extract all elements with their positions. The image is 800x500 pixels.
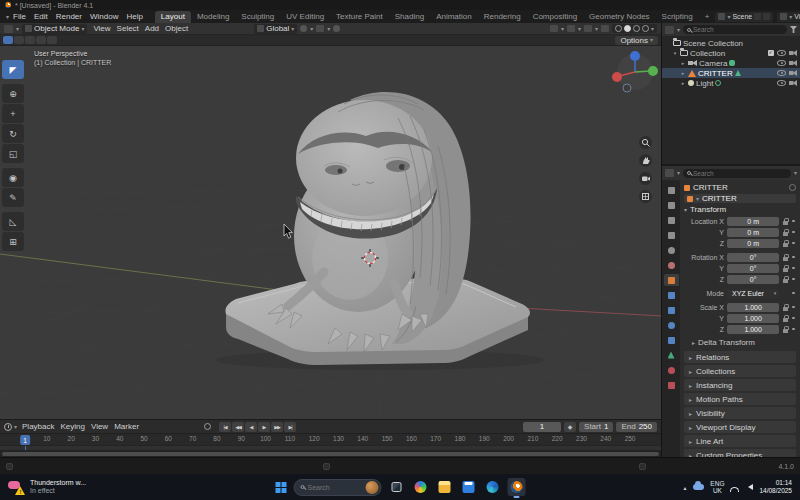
workspace-tab[interactable]: Geometry Nodes — [583, 11, 655, 23]
ptab-texture[interactable] — [664, 379, 679, 391]
workspace-tab[interactable]: Modeling — [191, 11, 235, 23]
collapsed-section[interactable]: Motion Paths — [684, 393, 796, 405]
animate-dot-icon[interactable] — [791, 328, 796, 331]
xray-toggle-icon[interactable] — [601, 25, 609, 32]
playback-next-keyframe[interactable]: ▶▶ — [271, 422, 283, 432]
workspace-tab[interactable]: Sculpting — [235, 11, 280, 23]
timeline-track-area[interactable] — [0, 445, 661, 450]
app-copilot[interactable] — [412, 478, 430, 496]
weather-widget[interactable]: Thunderstorm w... In effect — [8, 479, 86, 496]
material-shading-icon[interactable] — [633, 25, 640, 32]
viewport-menu-item[interactable]: View — [90, 24, 113, 33]
animate-dot-icon[interactable] — [791, 242, 796, 245]
workspace-tab[interactable]: Shading — [389, 11, 430, 23]
lock-icon[interactable] — [782, 304, 788, 311]
new-scene-icon[interactable] — [754, 13, 761, 20]
collapsed-section[interactable]: Viewport Display — [684, 421, 796, 433]
animate-dot-icon[interactable] — [791, 306, 796, 309]
lock-icon[interactable] — [782, 229, 788, 236]
tool-annotate[interactable]: ✎ — [2, 188, 24, 207]
solid-shading-icon[interactable] — [624, 25, 631, 32]
editor-type-icon[interactable] — [4, 25, 13, 33]
workspace-tab[interactable]: Animation — [430, 11, 478, 23]
animate-dot-icon[interactable] — [791, 317, 796, 320]
tool-cursor[interactable]: ⊕ — [2, 84, 24, 103]
app-blender[interactable] — [508, 478, 526, 496]
ptab-modifiers[interactable] — [664, 289, 679, 301]
timeline-scrollbar[interactable] — [0, 450, 661, 457]
viewport-menu-item[interactable]: Select — [114, 24, 142, 33]
gizmos-icon[interactable] — [567, 25, 575, 32]
menu-item[interactable]: Help — [122, 12, 146, 21]
zoom-icon[interactable] — [639, 136, 652, 149]
value-field[interactable]: 0°▾ — [727, 275, 779, 284]
lock-icon[interactable] — [782, 326, 788, 333]
timeline-menu-item[interactable]: Marker — [111, 422, 142, 431]
delta-transform-subpanel[interactable]: Delta Transform — [684, 338, 796, 347]
workspace-tab[interactable]: Scripting — [656, 11, 699, 23]
object-name-field[interactable]: ▾ CRITTER — [684, 194, 796, 203]
properties-editor-icon[interactable] — [665, 169, 674, 177]
mode-new[interactable] — [3, 36, 13, 44]
ptab-particles[interactable] — [664, 304, 679, 316]
tool-rotate[interactable]: ↻ — [2, 124, 24, 143]
timeline-menu-item[interactable]: Playback — [19, 422, 57, 431]
ptab-output[interactable] — [664, 214, 679, 226]
ptab-material[interactable] — [664, 364, 679, 376]
app-edge[interactable] — [484, 478, 502, 496]
mode-dropdown[interactable]: Object Mode ▾ — [22, 24, 87, 34]
app-task-view[interactable] — [388, 478, 406, 496]
onedrive-icon[interactable] — [693, 484, 704, 490]
auto-keying-icon[interactable] — [204, 423, 211, 430]
snap-magnet-icon[interactable] — [316, 25, 324, 32]
app-file-explorer[interactable] — [436, 478, 454, 496]
animate-dot-icon[interactable] — [791, 292, 796, 295]
value-field[interactable]: 1.000▾ — [727, 314, 779, 323]
mode-subtract[interactable] — [25, 36, 35, 44]
mode-intersect[interactable] — [47, 36, 57, 44]
mode-extend[interactable] — [14, 36, 24, 44]
playback-play-reverse[interactable]: ◀ — [245, 422, 257, 432]
animate-dot-icon[interactable] — [791, 267, 796, 270]
eye-visibility-icon[interactable] — [777, 70, 786, 76]
collapsed-section[interactable]: Instancing — [684, 379, 796, 391]
filter-icon[interactable] — [790, 26, 797, 33]
disclosure-triangle-icon[interactable]: ▸ — [680, 70, 686, 76]
start-button-icon[interactable] — [276, 482, 281, 487]
outliner-row[interactable]: Scene Collection — [662, 38, 800, 48]
value-field[interactable]: XYZ Euler▾ — [727, 289, 779, 298]
value-field[interactable]: 1.000▾ — [727, 303, 779, 312]
workspace-tab[interactable]: Compositing — [527, 11, 583, 23]
volume-icon[interactable] — [745, 484, 753, 490]
workspace-tab[interactable]: + — [699, 11, 716, 23]
outliner-editor-icon[interactable] — [665, 26, 674, 34]
timeline-menu-item[interactable]: Keying — [57, 422, 87, 431]
viewport-menu-item[interactable]: Object — [162, 24, 191, 33]
ptab-physics[interactable] — [664, 319, 679, 331]
viewport-menu-item[interactable]: Add — [142, 24, 162, 33]
selectability-icon[interactable] — [550, 25, 558, 32]
outliner-search-input[interactable] — [693, 26, 783, 33]
menu-item[interactable]: Window — [86, 12, 122, 21]
tool-transform[interactable]: ◉ — [2, 168, 24, 187]
value-field[interactable]: 0 m▾ — [727, 228, 779, 237]
mode-invert[interactable] — [36, 36, 46, 44]
pivot-point-icon[interactable] — [300, 25, 307, 32]
render-visibility-icon[interactable] — [789, 60, 797, 66]
scene-selector[interactable]: ▾ Scene — [715, 12, 773, 22]
properties-search-input[interactable] — [693, 170, 787, 177]
eye-visibility-icon[interactable] — [777, 50, 786, 56]
timeline-menu-item[interactable]: View — [88, 422, 111, 431]
current-frame-field[interactable]: 1 — [523, 422, 561, 432]
value-field[interactable]: 0 m▾ — [727, 239, 779, 248]
workspace-tab[interactable]: Rendering — [478, 11, 527, 23]
workspace-tab[interactable]: UV Editing — [280, 11, 330, 23]
options-dropdown[interactable]: Options ▾ — [615, 36, 658, 45]
lock-icon[interactable] — [782, 265, 788, 272]
ptab-object[interactable] — [664, 274, 679, 286]
menu-item[interactable]: File — [9, 12, 30, 21]
frame-start-field[interactable]: Start 1 — [579, 422, 613, 432]
clock-widget[interactable]: 01:14 14/08/2025 — [759, 479, 792, 495]
viewport-3d[interactable]: User Perspective (1) Collection | CRITTE… — [0, 46, 661, 419]
wireframe-shading-icon[interactable] — [615, 25, 622, 32]
